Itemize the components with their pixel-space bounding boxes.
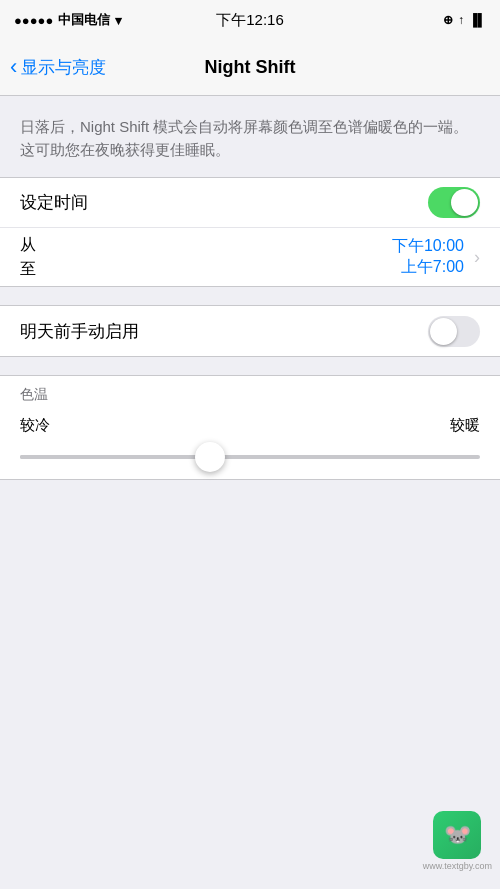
from-label: 从 — [20, 234, 36, 256]
time-values: 下午10:00 上午7:00 — [392, 236, 464, 278]
arrow-icon: ↑ — [458, 13, 464, 27]
to-label: 至 — [20, 258, 36, 280]
scheduled-time-label: 设定时间 — [20, 191, 88, 214]
from-to-labels: 从 至 — [20, 234, 36, 281]
color-temp-section: 色温 较冷 较暖 — [0, 375, 500, 480]
cool-label: 较冷 — [20, 416, 50, 435]
status-bar-time: 下午12:16 — [216, 11, 284, 30]
slider-track[interactable] — [20, 455, 480, 459]
time-values-area: 下午10:00 上午7:00 › — [392, 236, 480, 278]
scheduled-time-row: 设定时间 — [0, 178, 500, 228]
color-temp-section-label: 色温 — [20, 386, 48, 402]
status-bar-left: ●●●●● 中国电信 ▾ — [14, 11, 122, 29]
back-label: 显示与亮度 — [21, 56, 106, 79]
manual-enable-row: 明天前手动启用 — [0, 306, 500, 356]
location-icon: ⊕ — [443, 13, 453, 27]
watermark-logo: 🐭 — [433, 811, 481, 859]
manual-enable-label: 明天前手动启用 — [20, 320, 139, 343]
section-spacer-1 — [0, 287, 500, 305]
manual-enable-toggle[interactable] — [428, 316, 480, 347]
description-section: 日落后，Night Shift 模式会自动将屏幕颜色调至色谱偏暖色的一端。这可助… — [0, 96, 500, 177]
watermark-url: www.textgby.com — [423, 861, 492, 871]
content-area: 日落后，Night Shift 模式会自动将屏幕颜色调至色谱偏暖色的一端。这可助… — [0, 96, 500, 480]
time-range-row[interactable]: 从 至 下午10:00 上午7:00 › — [0, 228, 500, 286]
status-bar-right: ⊕ ↑ ▐▌ — [443, 13, 486, 27]
carrier-label: 中国电信 — [58, 11, 110, 29]
slider-container — [0, 455, 500, 479]
slider-thumb[interactable] — [195, 442, 225, 472]
warm-label: 较暖 — [450, 416, 480, 435]
manual-group: 明天前手动启用 — [0, 305, 500, 357]
status-bar: ●●●●● 中国电信 ▾ 下午12:16 ⊕ ↑ ▐▌ — [0, 0, 500, 40]
wifi-icon: ▾ — [115, 13, 122, 28]
color-temp-row: 较冷 较暖 — [0, 408, 500, 451]
back-button[interactable]: ‹ 显示与亮度 — [10, 56, 106, 79]
description-text: 日落后，Night Shift 模式会自动将屏幕颜色调至色谱偏暖色的一端。这可助… — [20, 116, 480, 161]
signal-icon: ●●●●● — [14, 13, 53, 28]
back-arrow-icon: ‹ — [10, 56, 17, 78]
toggle-thumb — [451, 189, 478, 216]
page-title: Night Shift — [205, 57, 296, 78]
schedule-group: 设定时间 从 至 下午10:00 上午7:00 › — [0, 177, 500, 287]
watermark: 🐭 www.textgby.com — [423, 811, 492, 871]
section-spacer-2 — [0, 357, 500, 375]
color-temp-header: 色温 — [0, 376, 500, 408]
nav-bar: ‹ 显示与亮度 Night Shift — [0, 40, 500, 96]
chevron-right-icon: › — [474, 247, 480, 268]
scheduled-time-toggle-area — [428, 187, 480, 218]
manual-enable-toggle-area — [428, 316, 480, 347]
slider-fill — [20, 455, 204, 459]
from-value: 下午10:00 — [392, 236, 464, 257]
manual-toggle-thumb — [430, 318, 457, 345]
to-value: 上午7:00 — [401, 257, 464, 278]
battery-icon: ▐▌ — [469, 13, 486, 27]
scheduled-time-toggle[interactable] — [428, 187, 480, 218]
